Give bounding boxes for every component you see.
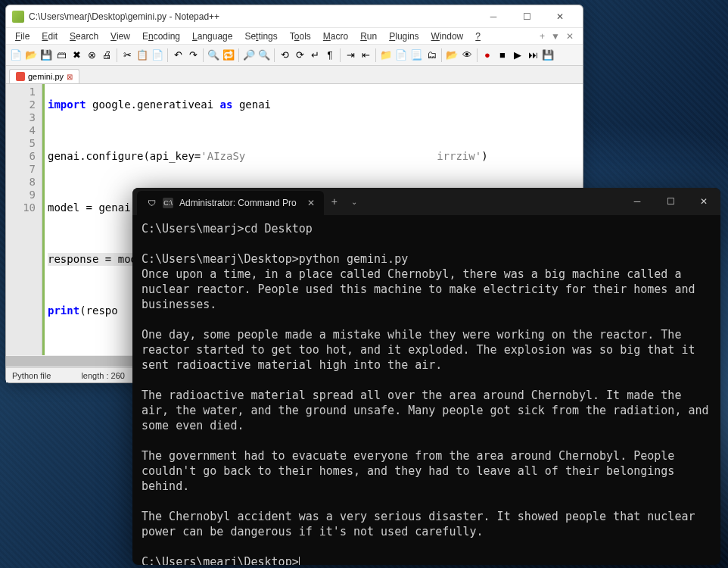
playmulti-icon[interactable]: ⏭ [526, 48, 540, 62]
menu-help[interactable]: ? [469, 29, 487, 44]
open-file-icon[interactable]: 📂 [24, 48, 38, 62]
folder-open-icon[interactable]: 📂 [445, 48, 459, 62]
term-maximize-button[interactable]: ☐ [654, 188, 687, 215]
maximize-button[interactable]: ☐ [510, 6, 543, 27]
play-icon[interactable]: ▶ [511, 48, 524, 62]
folder-icon[interactable]: 📁 [379, 48, 393, 62]
replace-icon[interactable]: 🔁 [222, 48, 235, 62]
cmd-icon: C:\ [163, 198, 173, 208]
terminal-tab-close-icon[interactable]: ✕ [307, 198, 315, 208]
admin-shield-icon: 🛡 [146, 198, 157, 208]
find-icon[interactable]: 🔍 [207, 48, 220, 62]
menu-run[interactable]: Run [354, 29, 383, 44]
toolbar-down-icon[interactable]: ▼ [551, 31, 560, 42]
scrollbar-thumb[interactable] [6, 356, 151, 367]
menu-edit[interactable]: Edit [36, 29, 64, 44]
npp-titlebar[interactable]: C:\Users\mearj\Desktop\gemini.py - Notep… [6, 5, 583, 28]
copy-icon[interactable]: 📋 [135, 48, 149, 62]
record-icon[interactable]: ● [481, 48, 494, 62]
npp-menubar: File Edit Search View Encoding Language … [6, 28, 583, 45]
new-file-icon[interactable]: 📄 [9, 48, 23, 62]
minimize-button[interactable]: ─ [477, 6, 510, 27]
wrap-icon[interactable]: ↵ [308, 48, 322, 62]
new-tab-button[interactable]: + [324, 195, 345, 208]
terminal-cursor [299, 557, 300, 566]
tab-dropdown-icon[interactable]: ⌄ [345, 198, 363, 206]
cut-icon[interactable]: ✂ [120, 48, 134, 62]
menu-window[interactable]: Window [425, 29, 470, 44]
redo-icon[interactable]: ↷ [186, 48, 200, 62]
menu-view[interactable]: View [104, 29, 136, 44]
npp-tabbar: gemini.py ⊠ [6, 66, 583, 84]
close-file-icon[interactable]: ✖ [70, 48, 83, 62]
terminal-titlebar[interactable]: 🛡 C:\ Administrator: Command Pro ✕ + ⌄ ─… [132, 188, 720, 215]
monitor-icon[interactable]: 👁 [460, 48, 474, 62]
status-length: length : 260 [81, 371, 125, 380]
save-all-icon[interactable]: 🗃 [54, 48, 68, 62]
term-close-button[interactable]: ✕ [687, 188, 720, 215]
term-minimize-button[interactable]: ─ [621, 188, 654, 215]
file-tab-label: gemini.py [28, 72, 64, 81]
file-tab-icon [16, 72, 25, 81]
undo-icon[interactable]: ↶ [171, 48, 185, 62]
menu-encoding[interactable]: Encoding [136, 29, 186, 44]
notepadpp-icon [12, 11, 24, 23]
sync-h-icon[interactable]: ⟳ [293, 48, 306, 62]
doc-icon[interactable]: 📄 [394, 48, 408, 62]
menu-tools[interactable]: Tools [284, 29, 317, 44]
indent-icon[interactable]: ⇥ [344, 48, 357, 62]
all-chars-icon[interactable]: ¶ [323, 48, 337, 62]
terminal-tab-title: Administrator: Command Pro [179, 198, 297, 208]
save-macro-icon[interactable]: 💾 [541, 48, 555, 62]
toolbar-x-icon[interactable]: ✕ [566, 31, 574, 42]
terminal-window: 🛡 C:\ Administrator: Command Pro ✕ + ⌄ ─… [132, 188, 720, 565]
zoom-out-icon[interactable]: 🔍 [257, 48, 271, 62]
menu-language[interactable]: Language [186, 29, 238, 44]
npp-title: C:\Users\mearj\Desktop\gemini.py - Notep… [29, 11, 477, 22]
terminal-output[interactable]: C:\Users\mearj>cd Desktop C:\Users\mearj… [132, 215, 720, 565]
zoom-in-icon[interactable]: 🔎 [242, 48, 256, 62]
menu-search[interactable]: Search [64, 29, 104, 44]
stop-icon[interactable]: ■ [496, 48, 509, 62]
print-icon[interactable]: 🖨 [100, 48, 114, 62]
close-all-icon[interactable]: ⊗ [85, 48, 98, 62]
menu-settings[interactable]: Settings [238, 29, 283, 44]
sync-v-icon[interactable]: ⟲ [278, 48, 291, 62]
menu-plugins[interactable]: Plugins [383, 29, 425, 44]
func-icon[interactable]: 🗂 [425, 48, 438, 62]
paste-icon[interactable]: 📄 [151, 48, 164, 62]
npp-toolbar: 📄 📂 💾 🗃 ✖ ⊗ 🖨 ✂ 📋 📄 ↶ ↷ 🔍 🔁 🔎 🔍 ⟲ ⟳ ↵ ¶ … [6, 45, 583, 66]
status-lang: Python file [12, 371, 51, 380]
close-button[interactable]: ✕ [543, 6, 577, 27]
toolbar-plus-icon[interactable]: + [540, 31, 545, 42]
outdent-icon[interactable]: ⇤ [359, 48, 372, 62]
terminal-tab[interactable]: 🛡 C:\ Administrator: Command Pro ✕ [137, 191, 324, 215]
line-number-gutter: 12345678910 [6, 84, 42, 357]
menu-file[interactable]: File [9, 29, 36, 44]
menu-macro[interactable]: Macro [317, 29, 354, 44]
file-tab[interactable]: gemini.py ⊠ [9, 69, 79, 83]
file-tab-close-icon[interactable]: ⊠ [67, 73, 73, 81]
doc2-icon[interactable]: 📃 [409, 48, 423, 62]
save-icon[interactable]: 💾 [39, 48, 53, 62]
